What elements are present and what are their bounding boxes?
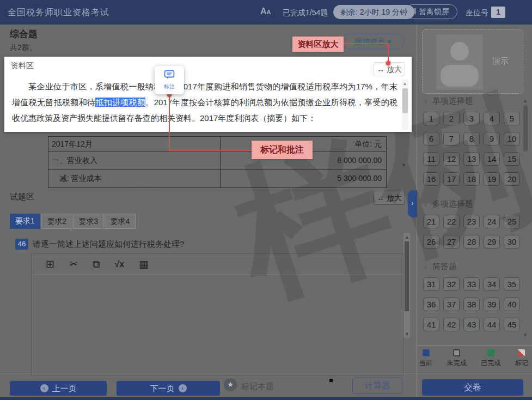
question-number-button[interactable]: 26	[423, 235, 439, 249]
font-size-icon[interactable]: AA	[260, 7, 271, 16]
question-number-button[interactable]: 7	[443, 132, 460, 146]
chevron-down-icon[interactable]: ∨	[423, 263, 428, 271]
question-number-button[interactable]: 12	[443, 152, 460, 166]
ime-selector-button[interactable]: 搜狗拼音 ▾	[341, 34, 405, 49]
status-legend: 当前 未完成 已完成 标记	[419, 349, 528, 368]
question-number-button[interactable]: 14	[484, 152, 500, 166]
question-number-button[interactable]: 15	[504, 152, 520, 166]
question-number-button[interactable]: 33	[463, 277, 480, 291]
question-number-button[interactable]: 36	[423, 298, 439, 311]
legend-done: 已完成	[481, 349, 500, 368]
question-number-button[interactable]: 2	[443, 112, 460, 125]
legend-marked-swatch	[518, 349, 525, 356]
question-number-button[interactable]: 22	[443, 215, 460, 228]
tab-requirement-4[interactable]: 要求4	[105, 214, 136, 229]
question-number-button[interactable]: 19	[484, 172, 500, 186]
question-number-button[interactable]: 37	[443, 298, 460, 311]
question-number-button[interactable]: 39	[484, 298, 500, 311]
question-number-button[interactable]: 5	[504, 112, 520, 125]
prev-page-button[interactable]: ‹ 上一页	[10, 381, 107, 396]
question-number-button[interactable]: 1	[423, 112, 439, 125]
tab-requirement-1[interactable]: 要求1	[10, 214, 40, 229]
avatar-body-shape	[441, 65, 479, 87]
sidebar-collapse-handle[interactable]: ›	[408, 190, 417, 217]
copy-icon[interactable]: ⧉	[93, 259, 100, 269]
question-zoom-button[interactable]: ↔ 放大	[374, 191, 405, 205]
seat-label: 座位号	[466, 8, 488, 18]
nav-section-title: 多项选择题	[432, 199, 473, 208]
question-number-button[interactable]: 45	[504, 318, 520, 331]
mark-star-icon[interactable]: ★	[224, 378, 237, 391]
question-number-button[interactable]: 41	[423, 318, 439, 331]
question-number-button[interactable]: 17	[443, 172, 460, 186]
chevron-down-icon[interactable]: ∨	[423, 98, 428, 105]
next-page-button[interactable]: 下一页 ›	[117, 381, 220, 396]
scroll-up-icon[interactable]: ▲	[405, 234, 409, 240]
scroll-down-icon[interactable]: ▼	[523, 332, 528, 338]
question-number-button[interactable]: 43	[463, 318, 480, 331]
sidebar-scrollbar-thumb[interactable]	[523, 105, 528, 151]
question-scrollbar-thumb[interactable]	[405, 241, 409, 311]
question-number-button[interactable]: 25	[504, 215, 520, 228]
question-number-button[interactable]: 40	[504, 298, 520, 311]
insert-icon[interactable]: ⊞	[46, 259, 54, 269]
arrow-left-icon: ‹	[40, 384, 48, 392]
question-number-button[interactable]: 4	[484, 112, 500, 125]
arrow-right-icon: ›	[179, 384, 187, 392]
question-number-button[interactable]: 8	[463, 132, 480, 146]
question-number-button[interactable]: 34	[484, 277, 500, 291]
question-number-button[interactable]: 21	[423, 215, 439, 228]
question-number-button[interactable]: 30	[504, 235, 520, 249]
question-number-button[interactable]: 6	[423, 132, 439, 146]
question-number-button[interactable]: 29	[484, 235, 500, 249]
formula-icon[interactable]: √x	[114, 260, 124, 269]
calculator-button[interactable]: 计算器	[352, 378, 402, 394]
tab-requirement-2[interactable]: 要求2	[41, 214, 72, 229]
legend-incomplete: 未完成	[447, 349, 467, 368]
question-number-button[interactable]: 20	[504, 172, 520, 186]
connector-line	[344, 43, 388, 44]
question-number-button[interactable]: 9	[484, 132, 500, 146]
legend-current-swatch	[423, 349, 430, 356]
mark-question-button[interactable]: 标记本题	[241, 381, 274, 392]
avatar-label: 演示	[492, 56, 509, 66]
legend-current: 当前	[419, 349, 432, 368]
nav-section-short-answer: ∨简答题 313233343536373839404142434445	[423, 262, 523, 331]
tab-requirement-3[interactable]: 要求3	[73, 214, 104, 229]
question-number-button[interactable]: 44	[484, 318, 500, 331]
question-number-button[interactable]: 3	[463, 112, 480, 125]
callout-material-zoom: 资料区放大	[292, 37, 344, 52]
sidebar-separator	[417, 345, 532, 346]
question-number-button[interactable]: 16	[423, 172, 439, 186]
scroll-up-icon[interactable]: ▲	[523, 98, 528, 104]
question-number-button[interactable]: 42	[443, 318, 460, 331]
material-text-highlight: 抵扣进项税额	[95, 98, 145, 107]
question-number-button[interactable]: 11	[423, 152, 439, 166]
answer-editor[interactable]: ⊞ ✂ ⧉ √x ▦	[31, 253, 403, 375]
scroll-down-icon[interactable]: ▼	[405, 331, 409, 337]
pause-lock-button[interactable]: ‖ 暂离锁屏	[405, 4, 457, 19]
question-number-button[interactable]: 10	[504, 132, 520, 146]
connector-line	[169, 96, 170, 151]
question-number-button[interactable]: 32	[443, 277, 460, 291]
table-icon[interactable]: ▦	[139, 259, 149, 269]
question-number-button[interactable]: 35	[504, 277, 520, 291]
progress-status: 已完成1/54题	[283, 8, 328, 18]
table-cell-label: 2017年12月	[48, 137, 221, 151]
question-number-button[interactable]: 18	[463, 172, 480, 186]
submit-exam-button[interactable]: 交卷	[422, 379, 523, 396]
annotation-tooltip[interactable]: 标注	[155, 66, 184, 94]
scroll-down-icon[interactable]: ▼	[401, 162, 406, 168]
cut-icon[interactable]: ✂	[69, 259, 78, 269]
material-scrollbar-thumb[interactable]	[402, 88, 408, 113]
question-number-button[interactable]: 31	[423, 277, 439, 291]
scroll-up-icon[interactable]: ▲	[402, 81, 407, 86]
question-number-button[interactable]: 28	[463, 235, 480, 249]
question-number-button[interactable]: 23	[463, 215, 480, 228]
question-number-button[interactable]: 24	[484, 215, 500, 228]
chevron-down-icon[interactable]: ∨	[423, 201, 428, 208]
question-number-button[interactable]: 13	[463, 152, 480, 166]
question-number-button[interactable]: 38	[463, 298, 480, 311]
table-row: 一、营业收入 8 000 000.00	[48, 152, 387, 170]
question-number-button[interactable]: 27	[443, 235, 460, 249]
